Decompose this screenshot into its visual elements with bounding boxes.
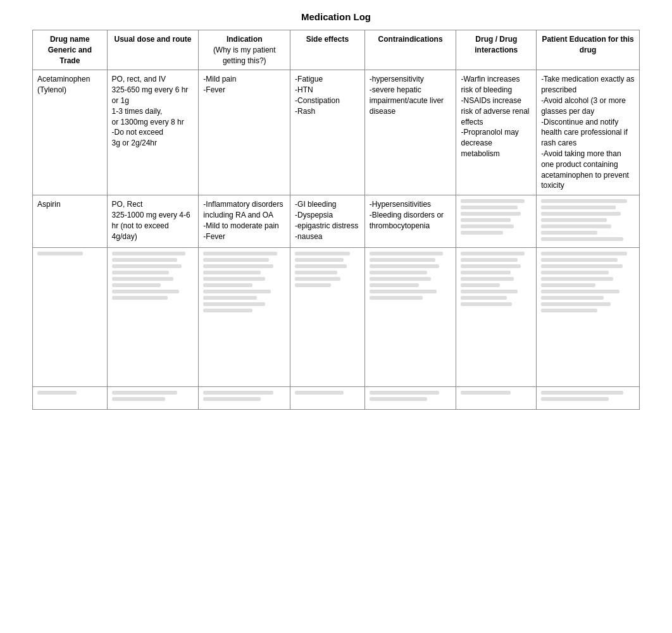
cell-contraindications: -hypersensitivity-severe hepatic impairm… xyxy=(364,70,456,195)
cell-indication: -Inflammatory disorders including RA and… xyxy=(199,195,290,248)
cell-indication: -Mild pain-Fever xyxy=(199,70,290,195)
header-patient-education: Patient Education for this drug xyxy=(537,30,640,70)
cell-drug-name: Acetaminophen(Tylenol) xyxy=(33,70,108,195)
cell-dose xyxy=(107,387,199,410)
cell-contraindications xyxy=(364,387,456,410)
cell-dose: PO, rect, and IV325-650 mg every 6 hr or… xyxy=(107,70,199,195)
cell-drug-name xyxy=(33,387,108,410)
table-row: Aspirin PO, Rect325-1000 mg every 4-6 hr… xyxy=(33,195,640,248)
medication-log-table: Drug name Generic and Trade Usual dose a… xyxy=(32,30,640,410)
cell-side-effects: -Fatigue-HTN-Constipation-Rash xyxy=(290,70,365,195)
table-row: Acetaminophen(Tylenol) PO, rect, and IV3… xyxy=(33,70,640,195)
cell-patient-education: -Take medication exactly as prescribed-A… xyxy=(537,70,640,195)
cell-dose: PO, Rect325-1000 mg every 4-6 hr (not to… xyxy=(107,195,199,248)
header-side-effects: Side effects xyxy=(290,30,365,70)
cell-drug-interactions xyxy=(456,387,537,410)
cell-drug-interactions: -Warfin increases risk of bleeding-NSAID… xyxy=(456,70,537,195)
cell-indication xyxy=(199,387,290,410)
cell-indication xyxy=(199,248,290,387)
page-title: Medication Log xyxy=(0,0,672,30)
cell-side-effects xyxy=(290,387,365,410)
header-contraindications: Contraindications xyxy=(364,30,456,70)
table-header-row: Drug name Generic and Trade Usual dose a… xyxy=(33,30,640,70)
medication-log-table-wrapper: Drug name Generic and Trade Usual dose a… xyxy=(32,30,640,410)
cell-patient-education xyxy=(537,195,640,248)
cell-side-effects: -GI bleeding-Dyspepsia-epigastric distre… xyxy=(290,195,365,248)
table-row xyxy=(33,387,640,410)
cell-dose xyxy=(107,248,199,387)
cell-drug-interactions xyxy=(456,195,537,248)
cell-patient-education xyxy=(537,387,640,410)
header-dose: Usual dose and route xyxy=(107,30,199,70)
header-drug-interactions: Drug / Drug interactions xyxy=(456,30,537,70)
header-drug: Drug name Generic and Trade xyxy=(33,30,108,70)
cell-drug-name: Aspirin xyxy=(33,195,108,248)
cell-contraindications: -Hypersensitivities-Bleeding disorders o… xyxy=(364,195,456,248)
header-indication: Indication(Why is my patient getting thi… xyxy=(199,30,290,70)
cell-patient-education xyxy=(537,248,640,387)
table-row xyxy=(33,248,640,387)
cell-drug-name xyxy=(33,248,108,387)
cell-drug-interactions xyxy=(456,248,537,387)
cell-side-effects xyxy=(290,248,365,387)
cell-contraindications xyxy=(364,248,456,387)
